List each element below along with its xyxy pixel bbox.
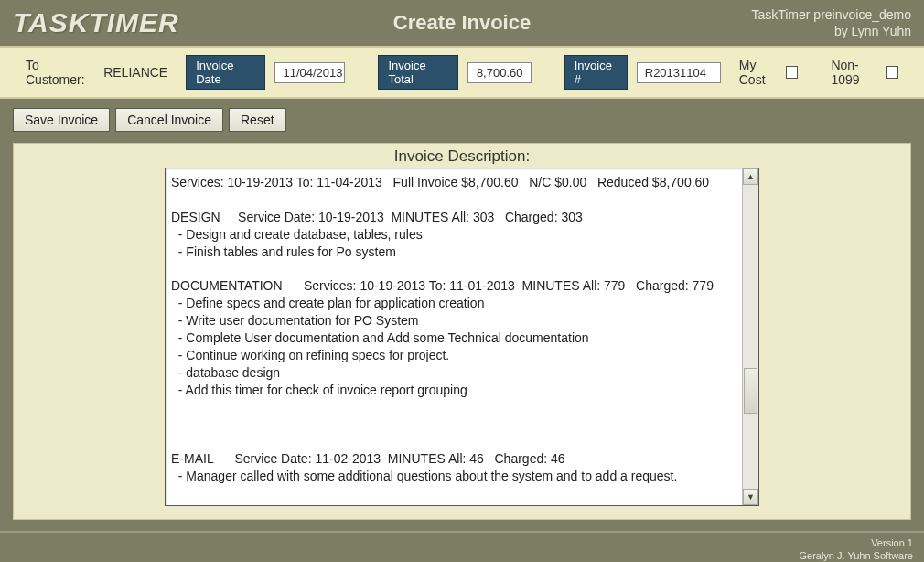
description-textarea[interactable]: Services: 10-19-2013 To: 11-04-2013 Full… [165,168,759,506]
scrollbar[interactable]: ▲ ▼ [742,168,758,505]
description-title: Invoice Description: [27,147,897,166]
mycost-label: My Cost [739,58,781,87]
reset-button[interactable]: Reset [229,108,286,132]
non1099-checkbox-group[interactable]: Non-1099 [831,58,898,87]
scroll-up-icon[interactable]: ▲ [743,168,758,185]
non1099-checkbox[interactable] [886,66,898,79]
customer-value: RELIANCE [103,65,167,80]
content-area: Invoice Description: Services: 10-19-201… [0,143,924,531]
subtitle-line-1: TaskTimer preinvoice_demo [751,6,911,23]
cancel-button[interactable]: Cancel Invoice [115,108,223,132]
app-header: TASKTIMER Create Invoice TaskTimer prein… [0,0,924,46]
mycost-checkbox-group[interactable]: My Cost [739,58,798,87]
description-text[interactable]: Services: 10-19-2013 To: 11-04-2013 Full… [171,174,736,502]
non1099-label: Non-1099 [831,58,881,87]
invoice-total-label: Invoice Total [378,55,457,90]
subtitle-line-2: by Lynn Yuhn [751,23,911,39]
save-button[interactable]: Save Invoice [13,108,110,132]
app-title: TASKTIMER [13,7,179,38]
scrollbar-thumb[interactable] [744,368,757,414]
invoice-date-field[interactable]: 11/04/2013 [274,62,345,83]
invoice-date-label: Invoice Date [186,55,265,90]
scrollbar-track[interactable] [743,185,758,489]
invoice-number-label: Invoice # [564,55,628,90]
footer: Version 1 Geralyn J. Yuhn Software [0,531,924,562]
info-bar: To Customer: RELIANCE Invoice Date 11/04… [0,46,924,99]
footer-credit: Geralyn J. Yuhn Software [11,549,913,562]
toolbar: Save Invoice Cancel Invoice Reset [0,99,924,143]
customer-label: To Customer: [26,58,94,87]
footer-version: Version 1 [11,536,913,549]
invoice-number-field[interactable]: R20131104 [637,62,721,83]
mycost-checkbox[interactable] [786,66,798,79]
scroll-down-icon[interactable]: ▼ [743,489,758,505]
header-subtitle: TaskTimer preinvoice_demo by Lynn Yuhn [751,6,911,39]
description-card: Invoice Description: Services: 10-19-201… [13,143,911,520]
invoice-total-field[interactable]: 8,700.60 [467,62,532,83]
